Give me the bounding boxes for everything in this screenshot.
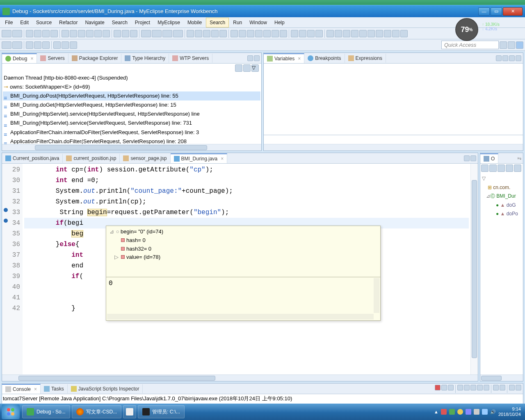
toolbar-button[interactable] [12, 41, 22, 49]
toolbar-button[interactable] [239, 30, 246, 37]
toolbar-button[interactable] [70, 30, 77, 37]
console-btn[interactable] [477, 385, 483, 390]
view-menu-icon[interactable]: ▽ [251, 64, 259, 72]
quick-access-input[interactable]: Quick Access [441, 41, 499, 49]
toolbar-button[interactable] [42, 30, 50, 37]
taskbar-item[interactable] [123, 405, 136, 418]
console-btn[interactable] [500, 385, 505, 390]
tray-icon[interactable] [449, 409, 455, 415]
toolbar-button[interactable] [247, 30, 254, 37]
stack-frame[interactable]: BMI_During(HttpServlet).service(ServletR… [3, 119, 260, 128]
toolbar-button[interactable] [26, 30, 33, 37]
toolbar-button[interactable] [263, 30, 271, 37]
toolbar-button[interactable] [162, 30, 172, 37]
toolbar-button[interactable] [12, 30, 22, 37]
tab-expressions[interactable]: Expressions [345, 54, 386, 63]
minimize-icon[interactable] [247, 55, 253, 61]
toolbar-button[interactable] [326, 30, 334, 37]
tooltip-item[interactable]: hash= 0 [126, 237, 146, 243]
toolbar-button[interactable] [173, 30, 183, 37]
toolbar-button[interactable] [62, 30, 69, 37]
remove-all-icon[interactable] [448, 385, 454, 390]
editor-tab[interactable]: current_position.jsp [63, 154, 120, 163]
maximize-icon[interactable] [516, 55, 521, 61]
taskbar-item[interactable]: Debug - So... [22, 405, 70, 418]
tooltip-item[interactable]: value= (id=78) [126, 254, 160, 260]
menu-edit[interactable]: Edit [17, 18, 32, 27]
editor-tab[interactable]: sensor_page.jsp [120, 154, 170, 163]
menu-window[interactable]: Window [246, 18, 270, 27]
stack-frame[interactable]: BMI_During.doPost(HttpServletRequest, Ht… [3, 91, 260, 100]
minimize-icon[interactable] [509, 55, 515, 61]
menu-mobile[interactable]: Mobile [184, 18, 205, 27]
menu-myeclipse[interactable]: MyEclipse [154, 18, 183, 27]
toolbar-button[interactable] [34, 41, 41, 49]
horizontal-scrollbar[interactable] [107, 314, 374, 320]
minimize-icon[interactable] [509, 385, 515, 390]
toolbar-button[interactable] [376, 30, 383, 37]
vertical-scrollbar[interactable] [472, 180, 477, 358]
toolbar-button[interactable] [315, 30, 323, 37]
toolbar-button[interactable] [368, 30, 375, 37]
toolbar-button[interactable] [299, 30, 306, 37]
menu-help[interactable]: Help [271, 18, 288, 27]
toolbar-button[interactable] [86, 30, 94, 37]
tab-servers[interactable]: Servers [37, 54, 68, 63]
toolbar-button[interactable] [34, 30, 41, 37]
maximize-icon[interactable] [516, 385, 521, 390]
toolbar-button[interactable] [42, 41, 50, 49]
menu-file[interactable]: File [2, 18, 16, 27]
toolbar-button[interactable] [272, 30, 279, 37]
toolbar-button[interactable] [384, 30, 391, 37]
maximize-icon[interactable] [470, 155, 476, 161]
tray-icon[interactable] [457, 409, 463, 415]
horizontal-scrollbar[interactable] [480, 374, 523, 381]
stack-frame[interactable]: ApplicationFilterChain.doFilter(ServletR… [3, 137, 260, 144]
tooltip-root[interactable]: begin= "0" (id=74) [121, 228, 163, 235]
system-tray[interactable]: ▲ 🔊 9:14 2018/10/24 [434, 406, 523, 417]
toolbar-button[interactable] [130, 30, 137, 37]
taskbar-item[interactable]: 写文章-CSD... [72, 405, 121, 418]
tab-variables[interactable]: Variables× [264, 53, 304, 63]
close-icon[interactable]: × [298, 56, 301, 62]
toolbar-button[interactable] [50, 30, 58, 37]
console-btn[interactable] [457, 385, 463, 390]
tab-console[interactable]: Console× [2, 384, 41, 394]
view-button[interactable] [496, 55, 502, 61]
outline-item[interactable]: cn.com. [493, 185, 510, 190]
maximize-button[interactable]: ▭ [491, 7, 502, 16]
toolbar-button[interactable] [62, 41, 69, 49]
console-btn[interactable] [470, 385, 476, 390]
taskbar-item[interactable]: 管理员: C:\... [138, 405, 185, 418]
console-btn[interactable] [464, 385, 470, 390]
toolbar-button[interactable] [53, 41, 61, 49]
outline-btn[interactable] [506, 164, 513, 172]
start-button[interactable] [2, 404, 20, 419]
toolbar-button[interactable] [2, 41, 11, 49]
stack-frame[interactable]: BMI_During(HttpServlet).service(HttpServ… [3, 110, 260, 119]
menu-search2[interactable]: Search [206, 18, 229, 27]
horizontal-scrollbar[interactable] [2, 374, 478, 381]
menu-navigate[interactable]: Navigate [82, 18, 107, 27]
tab-tasks[interactable]: Tasks [41, 384, 68, 393]
maximize-icon[interactable] [254, 55, 260, 61]
editor-tab-active[interactable]: BMI_During.java× [171, 153, 228, 163]
outline-item[interactable]: doG [507, 202, 516, 208]
toolbar-button[interactable] [219, 30, 227, 37]
toolbar-button[interactable] [335, 30, 342, 37]
tab-wtp-servers[interactable]: WTP Servers [169, 54, 212, 63]
network-icon[interactable] [482, 409, 488, 415]
toolbar-button[interactable] [141, 30, 151, 37]
close-icon[interactable]: × [30, 56, 33, 62]
console-btn[interactable] [484, 385, 489, 390]
toolbar-button[interactable] [231, 30, 238, 37]
toolbar-button[interactable] [70, 41, 77, 49]
menu-source[interactable]: Source [33, 18, 55, 27]
toolbar-button[interactable] [392, 30, 399, 37]
toolbar-button[interactable] [400, 30, 408, 37]
outline-item[interactable]: doPo [507, 211, 518, 217]
terminate-icon[interactable] [435, 385, 441, 390]
tab-js-inspector[interactable]: JavaScript Scripts Inspector [68, 384, 143, 393]
toolbar-button[interactable] [2, 30, 11, 37]
remove-icon[interactable] [441, 385, 447, 390]
